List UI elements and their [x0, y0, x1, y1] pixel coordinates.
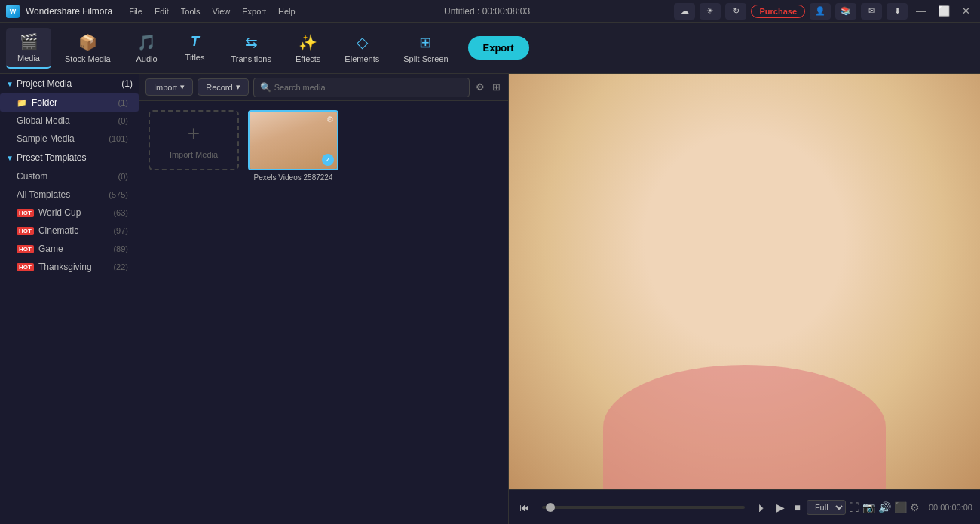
- left-panel: ▼ Project Media (1) 📁 Folder (1) Global …: [0, 74, 139, 524]
- effects-icon: ✨: [299, 33, 317, 51]
- filter-icon-btn[interactable]: ⚙: [474, 80, 486, 94]
- toolbar-media[interactable]: 🎬 Media: [6, 28, 51, 69]
- center-toolbar: Import ▾ Record ▾ 🔍 ⚙ ⊞: [139, 74, 508, 101]
- audio-preview-btn[interactable]: 🔊: [878, 501, 891, 513]
- search-bar[interactable]: 🔍: [253, 78, 470, 97]
- toolbar-stock[interactable]: 📦 Stock Media: [54, 29, 121, 68]
- cloud-btn[interactable]: ☁: [674, 3, 695, 20]
- global-media-label: Global Media: [17, 115, 70, 126]
- media-grid: + Import Media ⚙ ✓ Pexels Videos 2587224: [139, 101, 508, 524]
- stock-label: Stock Media: [65, 54, 111, 63]
- stop-btn[interactable]: ■: [791, 499, 803, 516]
- custom-item[interactable]: Custom (0): [0, 167, 139, 185]
- sun-btn[interactable]: ☀: [700, 3, 721, 20]
- titles-icon: T: [191, 34, 199, 50]
- play-pause-btn[interactable]: ⏵: [754, 499, 770, 516]
- maximize-btn[interactable]: ⬜: [934, 4, 954, 18]
- media-thumb-label: Pexels Videos 2587224: [254, 173, 333, 182]
- prev-frame-btn[interactable]: ⏮: [516, 499, 533, 516]
- refresh-btn[interactable]: ↻: [725, 3, 746, 20]
- grid-icon-btn[interactable]: ⊞: [491, 80, 502, 94]
- app-logo: W: [6, 5, 20, 18]
- center-icons: ⚙ ⊞: [474, 80, 502, 94]
- effects-label: Effects: [296, 54, 320, 63]
- sample-media-label: Sample Media: [17, 133, 75, 144]
- cinematic-label: Cinematic: [38, 225, 78, 236]
- thanksgiving-count: (22): [113, 262, 128, 271]
- game-hot-badge: HOT: [17, 245, 34, 253]
- record-chevron-icon: ▾: [236, 82, 240, 92]
- menu-edit[interactable]: Edit: [150, 5, 173, 17]
- main-area: ▼ Project Media (1) 📁 Folder (1) Global …: [0, 74, 980, 524]
- folder-count: (1): [118, 98, 128, 107]
- fullscreen-btn[interactable]: ⛶: [849, 501, 859, 513]
- profile-btn[interactable]: 👤: [810, 3, 831, 20]
- toolbar-titles[interactable]: T Titles: [173, 29, 218, 66]
- folder-item[interactable]: 📁 Folder (1): [0, 93, 139, 112]
- global-media-count: (0): [118, 116, 128, 125]
- snapshot-btn[interactable]: 📷: [862, 501, 875, 513]
- cinematic-count: (97): [113, 226, 128, 235]
- world-cup-item[interactable]: HOT World Cup (63): [0, 204, 139, 222]
- thanksgiving-item[interactable]: HOT Thanksgiving (22): [0, 258, 139, 276]
- sample-media-item[interactable]: Sample Media (101): [0, 130, 139, 148]
- world-cup-label: World Cup: [38, 207, 81, 218]
- toolbar-elements[interactable]: ◇ Elements: [334, 29, 390, 68]
- game-count: (89): [113, 244, 128, 253]
- toolbar-transitions[interactable]: ⇆ Transitions: [221, 29, 282, 68]
- search-input[interactable]: [274, 83, 463, 92]
- elements-icon: ◇: [357, 33, 368, 51]
- import-chevron-icon: ▾: [180, 82, 185, 92]
- right-panel: ⏮ ⏵ ▶ ■ Full ⛶ 📷 🔊 ⬛ ⚙ 00:00:00:00: [509, 74, 980, 524]
- close-btn[interactable]: ✕: [958, 4, 974, 18]
- title-bar-right: ☁ ☀ ↻ Purchase 👤 📚 ✉ ⬇ — ⬜ ✕: [674, 3, 974, 20]
- baby-shirt: [603, 365, 886, 489]
- menu-view[interactable]: View: [208, 5, 235, 17]
- mail-btn[interactable]: ✉: [861, 3, 882, 20]
- folder-icon: 📁: [17, 98, 27, 108]
- all-templates-count: (575): [109, 190, 128, 199]
- scrubber-handle[interactable]: [546, 503, 555, 512]
- zoom-select[interactable]: Full: [807, 500, 846, 515]
- minimize-btn[interactable]: —: [912, 4, 929, 18]
- custom-label: Custom: [17, 171, 47, 182]
- project-media-collapse-icon: ▼: [6, 80, 14, 88]
- menu-file[interactable]: File: [124, 5, 147, 17]
- export-button[interactable]: Export: [468, 36, 529, 60]
- thumb-check-icon: ✓: [322, 154, 334, 166]
- menu-export[interactable]: Export: [237, 5, 271, 17]
- project-media-header[interactable]: ▼ Project Media (1): [0, 74, 139, 93]
- split-icon: ⊞: [419, 33, 432, 51]
- toolbar-effects[interactable]: ✨ Effects: [285, 29, 331, 68]
- purchase-button[interactable]: Purchase: [751, 5, 805, 18]
- plus-icon: +: [188, 121, 200, 146]
- transitions-icon: ⇆: [245, 33, 258, 51]
- all-templates-item[interactable]: All Templates (575): [0, 185, 139, 204]
- game-item[interactable]: HOT Game (89): [0, 240, 139, 258]
- search-icon: 🔍: [260, 82, 271, 93]
- download-btn[interactable]: ⬇: [887, 3, 908, 20]
- preview-area: [509, 74, 980, 489]
- play-btn[interactable]: ▶: [773, 499, 788, 516]
- preview-controls: ⏮ ⏵ ▶ ■ Full ⛶ 📷 🔊 ⬛ ⚙ 00:00:00:00: [509, 489, 980, 524]
- import-label: Import: [154, 83, 177, 92]
- settings-preview-btn[interactable]: ⚙: [910, 501, 920, 513]
- preview-scrubber[interactable]: [542, 506, 745, 509]
- title-menu: File Edit Tools View Export Help: [124, 5, 299, 17]
- titles-label: Titles: [185, 53, 205, 62]
- record-button[interactable]: Record ▾: [198, 78, 248, 96]
- toolbar-split[interactable]: ⊞ Split Screen: [393, 29, 458, 68]
- global-media-item[interactable]: Global Media (0): [0, 112, 139, 130]
- toolbar-audio[interactable]: 🎵 Audio: [124, 29, 170, 68]
- menu-tools[interactable]: Tools: [176, 5, 205, 17]
- menu-help[interactable]: Help: [274, 5, 300, 17]
- cinematic-item[interactable]: HOT Cinematic (97): [0, 222, 139, 240]
- thanksgiving-hot-badge: HOT: [17, 263, 34, 271]
- import-button[interactable]: Import ▾: [145, 78, 193, 96]
- import-media-placeholder[interactable]: + Import Media: [149, 110, 239, 170]
- library-btn[interactable]: 📚: [835, 3, 856, 20]
- preset-templates-header[interactable]: ▼ Preset Templates: [0, 148, 139, 167]
- media-thumbnail-item[interactable]: ⚙ ✓ Pexels Videos 2587224: [248, 110, 338, 182]
- stock-icon: 📦: [78, 33, 97, 51]
- export-preview-btn[interactable]: ⬛: [894, 501, 907, 513]
